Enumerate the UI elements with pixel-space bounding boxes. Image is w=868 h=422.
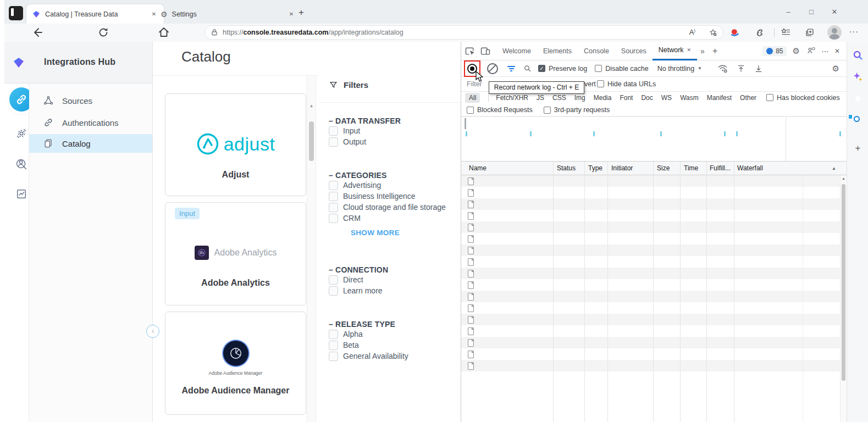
collapse-dash-icon[interactable]: – — [329, 171, 333, 180]
col-type[interactable]: Type — [588, 164, 602, 172]
network-conditions-icon[interactable] — [717, 63, 728, 74]
type-filter-chip[interactable]: Manifest — [707, 94, 732, 102]
add-favorite-star-icon[interactable] — [709, 28, 717, 37]
sidebar-item-sources[interactable]: Sources — [29, 92, 152, 109]
type-filter-chip[interactable]: CSS — [552, 94, 566, 102]
import-har-icon[interactable] — [737, 64, 745, 73]
copilot-icon[interactable] — [852, 71, 864, 83]
col-name[interactable]: Name — [469, 164, 486, 172]
devtools-tab[interactable]: Sources — [615, 42, 653, 60]
network-request-row[interactable] — [461, 221, 840, 233]
network-request-row[interactable] — [461, 314, 840, 325]
collections-icon[interactable] — [805, 27, 815, 37]
checkbox[interactable] — [329, 341, 338, 350]
filter-option[interactable]: General Availability — [329, 351, 455, 362]
checkbox[interactable] — [329, 137, 338, 147]
type-filter-chip[interactable]: All — [465, 93, 480, 103]
extensions-puzzle-icon[interactable] — [755, 27, 765, 37]
clear-network-log-icon[interactable] — [487, 63, 498, 74]
sync-settings-rail-icon[interactable] — [15, 127, 27, 140]
sidebar-item-authentications[interactable]: Authentications — [29, 114, 152, 131]
window-minimize-button[interactable]: – — [781, 7, 796, 18]
col-waterfall[interactable]: Waterfall — [737, 164, 763, 172]
type-filter-chip[interactable]: Media — [594, 94, 612, 102]
checkbox[interactable] — [329, 192, 338, 201]
window-close-button[interactable]: ✕ — [827, 7, 842, 18]
devtools-tab[interactable]: Console — [578, 42, 615, 60]
card-list-scrollbar[interactable]: ▲ — [307, 76, 316, 422]
filter-option[interactable]: Business Intelligence — [329, 191, 455, 202]
tab-actions-icon[interactable] — [9, 6, 23, 20]
checkbox[interactable] — [329, 181, 338, 190]
browser-menu-icon[interactable]: ··· — [849, 27, 859, 36]
network-request-row[interactable] — [461, 210, 840, 221]
analytics-rail-icon[interactable] — [15, 188, 27, 200]
favorites-bar-icon[interactable] — [781, 27, 790, 37]
sort-asc-icon[interactable]: ▲ — [832, 166, 836, 171]
network-request-row[interactable] — [461, 337, 840, 348]
checkbox[interactable] — [329, 286, 338, 296]
filter-option[interactable]: Advertising — [329, 180, 455, 191]
block-filter[interactable]: Blocked Requests — [467, 106, 533, 114]
block-filter[interactable]: 3rd-party requests — [544, 106, 610, 114]
network-request-row[interactable] — [461, 291, 840, 302]
filter-option[interactable]: Direct — [329, 274, 455, 285]
filter-option[interactable]: Cloud storage and file storage — [329, 202, 455, 213]
feedback-icon[interactable] — [806, 46, 816, 55]
preserve-log-checkbox[interactable]: ✓ — [538, 65, 545, 72]
network-request-row[interactable] — [461, 187, 840, 198]
new-tab-button[interactable]: + — [295, 7, 308, 18]
network-request-row[interactable] — [461, 198, 840, 210]
checkbox[interactable] — [329, 214, 338, 223]
throttling-select[interactable]: No throttling ▼ — [657, 65, 702, 73]
address-bar[interactable]: https://console.treasuredata.com/app/int… — [204, 25, 723, 40]
home-icon[interactable] — [157, 26, 170, 39]
catalog-card-adobe-analytics[interactable]: Input Adobe Analytics Adobe Analytics — [165, 202, 306, 306]
checkbox[interactable] — [467, 107, 474, 114]
filter-option[interactable]: Beta — [329, 340, 455, 351]
more-tabs-icon[interactable]: » — [697, 47, 708, 55]
collapse-dash-icon[interactable]: – — [329, 320, 333, 329]
network-settings-gear-icon[interactable]: ⚙ — [832, 64, 839, 74]
filter-option[interactable]: Learn more — [329, 285, 455, 296]
col-time[interactable]: Time — [684, 164, 698, 172]
sidebar-add-icon[interactable]: + — [852, 143, 864, 154]
inspect-element-icon[interactable] — [465, 46, 476, 57]
back-icon[interactable] — [31, 26, 44, 39]
type-filter-chip[interactable]: Doc — [641, 94, 653, 102]
disable-cache-checkbox[interactable] — [595, 65, 602, 72]
tab-close-icon[interactable]: ✕ — [687, 41, 692, 59]
network-table-scrollbar[interactable]: ▲ — [840, 175, 847, 422]
scroll-up-icon[interactable]: ▲ — [841, 176, 847, 180]
issues-counter[interactable]: 85 — [762, 46, 787, 56]
network-request-row[interactable] — [461, 279, 840, 291]
catalog-card-adjust[interactable]: adjust Adjust — [165, 93, 306, 196]
checkbox[interactable] — [329, 203, 338, 212]
lock-icon[interactable] — [211, 29, 218, 36]
network-overview-timeline[interactable] — [461, 116, 847, 162]
filter-option[interactable]: Output — [329, 136, 455, 147]
network-request-row[interactable] — [461, 233, 840, 245]
network-request-row[interactable] — [461, 325, 840, 337]
read-aloud-icon[interactable]: A) — [689, 28, 695, 36]
network-request-row[interactable] — [461, 348, 840, 360]
checkbox[interactable] — [329, 352, 338, 361]
col-size[interactable]: Size — [657, 164, 670, 172]
sidebar-item-catalog[interactable]: Catalog — [29, 134, 152, 153]
devtools-tab-network[interactable]: Network ✕ — [653, 42, 697, 60]
has-blocked-cookies-checkbox[interactable] — [766, 94, 773, 101]
overview-handle[interactable] — [465, 118, 466, 129]
filter-option[interactable]: Input — [329, 125, 455, 136]
col-initiator[interactable]: Initiator — [611, 164, 633, 172]
extension-badge-icon[interactable] — [730, 28, 739, 37]
filter-option[interactable]: Alpha — [329, 329, 455, 340]
catalog-card-adobe-audience-manager[interactable]: Adobe Audience Manager Adobe Audience Ma… — [165, 312, 306, 415]
checkbox[interactable] — [329, 330, 338, 339]
tab-catalog[interactable]: Catalog | Treasure Data ✕ — [26, 4, 164, 24]
devtools-menu-icon[interactable]: ⋯ — [821, 47, 829, 55]
sidebar-search-icon[interactable] — [852, 49, 864, 61]
show-more-link[interactable]: SHOW MORE — [351, 229, 477, 237]
scrollbar-thumb[interactable] — [309, 121, 314, 161]
checkbox[interactable] — [544, 107, 551, 114]
tab-settings[interactable]: ⚙ Settings ✕ — [155, 4, 301, 24]
